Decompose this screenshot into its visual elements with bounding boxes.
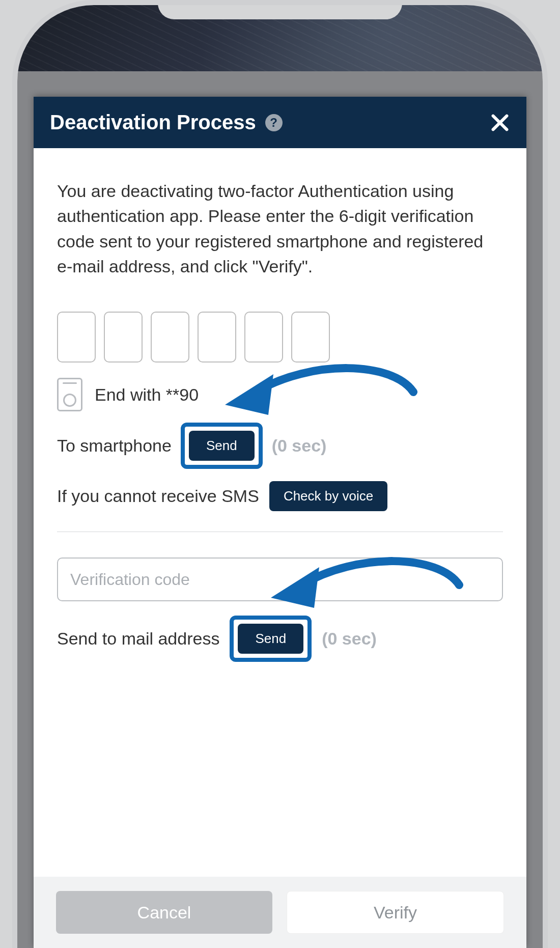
send-mail-highlight: Send xyxy=(230,616,312,662)
send-sms-highlight: Send xyxy=(181,423,263,469)
sms-code-inputs xyxy=(57,312,503,363)
code-digit-4[interactable] xyxy=(198,312,236,363)
send-mail-row: Send to mail address Send (0 sec) xyxy=(57,616,503,662)
modal-footer: Cancel Verify xyxy=(34,877,526,948)
mail-timer: (0 sec) xyxy=(322,629,377,649)
send-sms-button[interactable]: Send xyxy=(189,431,255,461)
modal-header: Deactivation Process ? xyxy=(34,97,526,148)
cancel-button[interactable]: Cancel xyxy=(56,891,272,934)
sms-timer: (0 sec) xyxy=(272,436,327,456)
phone-number-row: End with **90 xyxy=(57,378,503,411)
modal-body: You are deactivating two-factor Authenti… xyxy=(34,148,526,877)
send-mail-label: Send to mail address xyxy=(57,629,219,649)
code-digit-2[interactable] xyxy=(104,312,143,363)
phone-notch xyxy=(158,0,402,19)
sms-fallback-label: If you cannot receive SMS xyxy=(57,486,259,506)
modal-title: Deactivation Process xyxy=(50,111,256,134)
close-icon[interactable] xyxy=(490,113,510,133)
verify-button[interactable]: Verify xyxy=(287,891,504,934)
code-digit-6[interactable] xyxy=(291,312,330,363)
code-digit-1[interactable] xyxy=(57,312,96,363)
check-by-voice-button[interactable]: Check by voice xyxy=(269,481,387,511)
phone-frame: Deactivation Process ? You are deactivat… xyxy=(12,0,548,948)
to-smartphone-label: To smartphone xyxy=(57,436,172,456)
code-digit-3[interactable] xyxy=(151,312,189,363)
section-divider xyxy=(57,532,503,532)
send-sms-row: To smartphone Send (0 sec) xyxy=(57,423,503,469)
help-icon[interactable]: ? xyxy=(265,114,283,131)
code-digit-5[interactable] xyxy=(244,312,283,363)
phone-ending-label: End with **90 xyxy=(95,385,199,405)
send-mail-button[interactable]: Send xyxy=(238,624,303,654)
sms-fallback-row: If you cannot receive SMS Check by voice xyxy=(57,481,503,511)
deactivation-modal: Deactivation Process ? You are deactivat… xyxy=(34,97,526,948)
instructions-text: You are deactivating two-factor Authenti… xyxy=(57,179,503,279)
phone-device-icon xyxy=(57,378,82,411)
verification-code-input[interactable] xyxy=(57,557,503,601)
